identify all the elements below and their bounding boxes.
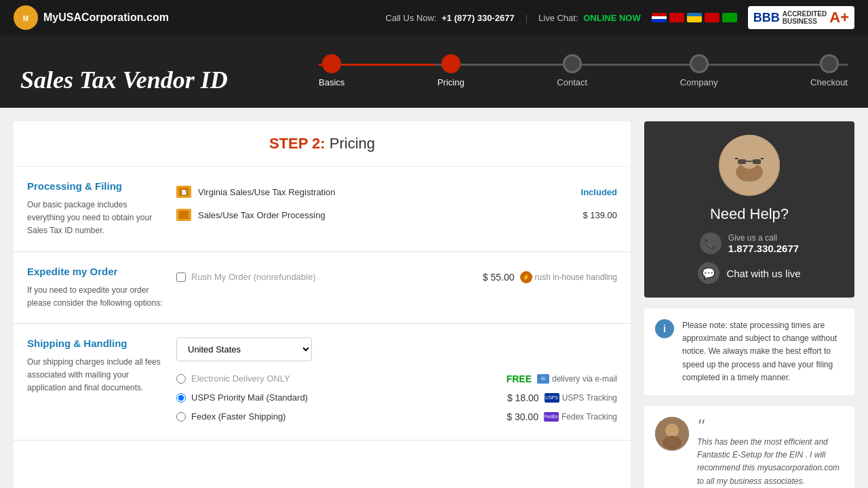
testimonial-text: This has been the most efficient and Fan… [697, 437, 840, 486]
language-flags[interactable] [652, 13, 737, 22]
expedite-item-0[interactable]: Rush My Order (nonrefundable) $ 55.00 ⚡ … [176, 266, 617, 289]
processing-desc: Our basic package includes everything yo… [27, 199, 163, 238]
item-icon-0: 📄 [176, 186, 191, 198]
step-number: STEP 2: [269, 135, 326, 152]
shipping-option-electronic[interactable]: Electronic Delivery ONLY FREE ✉ delivery… [176, 369, 617, 388]
country-select-wrap[interactable]: United States [176, 338, 617, 361]
chat-icon: 💬 [698, 262, 719, 284]
processing-item-0: 📄 Virginia Sales/Use Tax Registration In… [176, 180, 617, 203]
delivery-tag-usps: USPS USPS Tracking [545, 393, 617, 403]
help-title: Need Help? [658, 205, 841, 223]
shipping-left: Shipping & Handling Our shipping charges… [27, 338, 163, 426]
shipping-price-fedex: $ 30.00 [507, 411, 538, 422]
shipping-option-fedex[interactable]: Fedex (Faster Shipping) $ 30.00 FedEx Fe… [176, 407, 617, 426]
step-label-pricing: Pricing [437, 77, 465, 87]
svg-point-15 [663, 436, 682, 449]
content-area: STEP 2: Pricing Processing & Filing Our … [14, 121, 631, 488]
shipping-radio-fedex[interactable] [176, 412, 186, 422]
step-circle-company [690, 54, 709, 73]
step-label-company: Company [680, 77, 718, 87]
agent-avatar [719, 135, 780, 196]
online-status[interactable]: ONLINE NOW [583, 13, 641, 23]
svg-text:📄: 📄 [181, 189, 187, 195]
rush-label: rush in-house handling [535, 272, 617, 282]
processing-item-name-0: Virginia Sales/Use Tax Registration [198, 187, 556, 197]
step-pricing[interactable]: Pricing [437, 54, 465, 87]
svg-rect-4 [179, 211, 189, 219]
phone-number[interactable]: +1 (877) 330-2677 [441, 13, 514, 23]
shipping-right: United States Electronic Delivery ONLY F… [176, 338, 617, 426]
step-basics[interactable]: Basics [319, 54, 344, 87]
flag-br [722, 13, 737, 22]
progress-bar: Basics Pricing Contact Company [319, 49, 848, 108]
testimonial-content: " This has been the most efficient and F… [697, 417, 844, 488]
avatar-face [719, 135, 780, 196]
shipping-section: Shipping & Handling Our shipping charges… [14, 324, 631, 441]
delivery-tag-electronic: ✉ delivery via e-mail [537, 374, 617, 384]
notice-text: Please note: state processing times are … [682, 319, 844, 384]
flag-es [705, 13, 719, 22]
svg-text:M: M [23, 15, 28, 22]
chat-label[interactable]: Chat with us live [726, 268, 800, 279]
shipping-option-usps[interactable]: USPS Priority Mail (Standard) $ 18.00 US… [176, 388, 617, 407]
top-contact: Call Us Now: +1 (877) 330-2677 | Live Ch… [386, 6, 854, 29]
step-label-checkout: Checkout [810, 77, 848, 87]
logo[interactable]: M MyUSACorporation.com [14, 5, 169, 30]
expedite-section: Expedite my Order If you need to expedit… [14, 252, 631, 324]
delivery-label-electronic: delivery via e-mail [552, 374, 617, 384]
open-quote: " [697, 417, 844, 436]
sidebar-phone-number[interactable]: 1.877.330.2677 [728, 243, 799, 254]
shipping-radio-usps[interactable] [176, 393, 186, 403]
call-label: Call Us Now: +1 (877) 330-2677 [386, 13, 515, 23]
step-circle-checkout [820, 54, 839, 73]
top-bar: M MyUSACorporation.com Call Us Now: +1 (… [0, 0, 868, 35]
shipping-name-usps: USPS Priority Mail (Standard) [191, 392, 502, 403]
step-label-contact: Contact [557, 77, 587, 87]
svg-point-14 [665, 424, 679, 437]
expedite-item-price-0: $ 55.00 [483, 272, 515, 283]
divider: | [526, 13, 528, 23]
step-circle-contact [563, 54, 582, 73]
step-label-basics: Basics [319, 77, 344, 87]
flag-ua [687, 13, 702, 22]
step-circle-basics [322, 54, 341, 73]
delivery-label-fedex: Fedex Tracking [561, 412, 617, 422]
processing-section: Processing & Filing Our basic package in… [14, 167, 631, 252]
phone-icon: 📞 [700, 232, 722, 254]
expedite-title: Expedite my Order [27, 266, 163, 277]
give-call-label: Give us a call [728, 233, 799, 243]
expedite-checkbox-0[interactable] [176, 272, 186, 282]
page-title: Sales Tax Vendor ID [20, 66, 278, 108]
country-select[interactable]: United States [176, 338, 312, 361]
step-company[interactable]: Company [680, 54, 718, 87]
svg-rect-12 [761, 158, 764, 159]
help-chat[interactable]: 💬 Chat with us live [658, 262, 841, 284]
expedite-desc: If you need to expedite your order pleas… [27, 284, 163, 310]
fedex-icon: FedEx [544, 412, 559, 422]
processing-item-name-1: Sales/Use Tax Order Processing [198, 210, 556, 220]
processing-right: 📄 Virginia Sales/Use Tax Registration In… [176, 180, 617, 238]
processing-title: Processing & Filing [27, 180, 163, 192]
help-box: Need Help? 📞 Give us a call 1.877.330.26… [644, 121, 854, 298]
step-checkout[interactable]: Checkout [810, 54, 848, 87]
shipping-name-electronic: Electronic Delivery ONLY [191, 373, 501, 384]
shipping-desc: Our shipping charges include all fees as… [27, 356, 163, 395]
logo-icon: M [14, 5, 38, 30]
usps-icon: USPS [545, 393, 559, 403]
processing-item-price-0: Included [563, 187, 617, 197]
delivery-label-usps: USPS Tracking [562, 393, 617, 403]
email-icon: ✉ [537, 374, 549, 384]
shipping-radio-electronic[interactable] [176, 374, 186, 384]
delivery-tag-fedex: FedEx Fedex Tracking [544, 412, 617, 422]
step-contact[interactable]: Contact [557, 54, 587, 87]
item-icon-1 [176, 209, 191, 221]
svg-rect-8 [738, 159, 746, 164]
help-phone[interactable]: 📞 Give us a call 1.877.330.2677 [658, 232, 841, 254]
bbb-badge: BBB ACCREDITEDBUSINESS A+ [748, 6, 854, 29]
testimonial-box: " This has been the most efficient and F… [644, 406, 854, 488]
expedite-right: Rush My Order (nonrefundable) $ 55.00 ⚡ … [176, 266, 617, 310]
sidebar: Need Help? 📞 Give us a call 1.877.330.26… [644, 121, 854, 488]
shipping-name-fedex: Fedex (Faster Shipping) [191, 411, 501, 422]
step-header: STEP 2: Pricing [14, 121, 631, 167]
step-title: Pricing [330, 135, 375, 152]
